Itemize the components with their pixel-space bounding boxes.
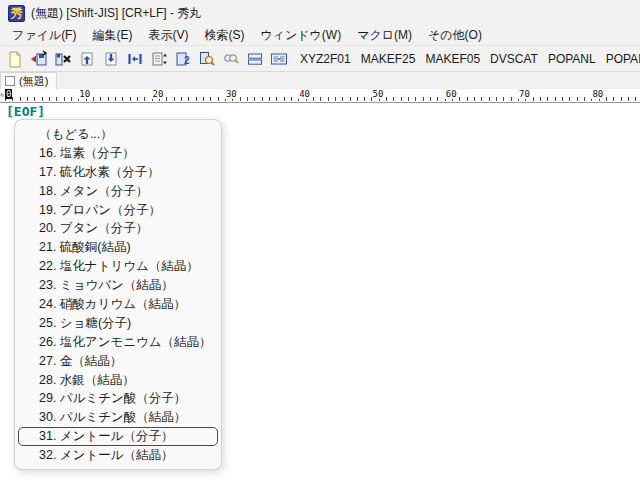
tab-bar: (無題) (0, 72, 640, 89)
popup-menu-item[interactable]: 22. 塩化ナトリウム（結晶） (15, 257, 221, 276)
popup-menu-item[interactable]: 31. メントール（分子） (18, 427, 218, 446)
cursor-jump-icon[interactable] (123, 48, 147, 70)
popup-menu-item-label: 21. 硫酸銅(結晶) (39, 239, 131, 256)
popup-menu-item-label: 28. 水銀（結晶） (39, 372, 135, 389)
document-icon (5, 76, 15, 86)
ruler-number: 70 (518, 89, 531, 99)
menu-item[interactable]: その他(O) (420, 25, 490, 46)
menu-item[interactable]: ファイル(F) (4, 25, 84, 46)
popup-menu-item-label: 25. ショ糖(分子) (39, 315, 131, 332)
eof-marker: [EOF] (0, 103, 45, 119)
popup-menu-item-label: 24. 硝酸カリウム（結晶） (39, 296, 186, 313)
popup-menu-item-label: 17. 硫化水素（分子） (39, 164, 160, 181)
title-bar: 秀 (無題) [Shift-JIS] [CR+LF] - 秀丸 (0, 0, 640, 26)
popup-menu-item[interactable]: 29. パルミチン酸（分子） (15, 389, 221, 408)
popup-menu-item[interactable]: 18. メタン（分子） (15, 182, 221, 201)
popup-menu-item[interactable]: 17. 硫化水素（分子） (15, 163, 221, 182)
popup-menu-item-label: （もどる...） (39, 126, 113, 143)
popup-menu-item-label: 16. 塩素（分子） (39, 145, 135, 162)
macro-button[interactable]: POPANL (543, 50, 601, 68)
popup-menu-item-label: 18. メタン（分子） (39, 183, 148, 200)
macro-button[interactable]: MAKEF25 (356, 50, 421, 68)
ruler-ticks (5, 97, 640, 101)
window-title: (無題) [Shift-JIS] [CR+LF] - 秀丸 (31, 5, 201, 22)
tab-untitled[interactable]: (無題) (0, 72, 57, 89)
ruler-number: 60 (445, 89, 458, 99)
ruler-number: 40 (298, 89, 311, 99)
grep-icon[interactable] (219, 48, 243, 70)
popup-menu-item[interactable]: 16. 塩素（分子） (15, 144, 221, 163)
app-icon: 秀 (8, 5, 25, 22)
popup-menu-item[interactable]: 21. 硫酸銅(結晶) (15, 238, 221, 257)
popup-menu-item[interactable]: 28. 水銀（結晶） (15, 371, 221, 390)
popup-menu-item[interactable]: 23. ミョウバン（結晶） (15, 276, 221, 295)
ruler-number: 30 (225, 89, 238, 99)
redo-page-icon[interactable]: 2 (171, 48, 195, 70)
popup-menu-item-label: 20. ブタン（分子） (39, 220, 148, 237)
editor-area[interactable]: [EOF] （もどる...） 16. 塩素（分子） 17. 硫化水素（分子） 1… (0, 103, 640, 480)
popup-menu-item[interactable]: 20. ブタン（分子） (15, 219, 221, 238)
open-next-icon[interactable] (99, 48, 123, 70)
open-prev-icon[interactable] (75, 48, 99, 70)
popup-menu-item-label: 26. 塩化アンモニウム（結晶） (39, 334, 212, 351)
macro-button[interactable]: DVSCAT (485, 50, 543, 68)
ruler-marker-icon (0, 93, 4, 97)
popup-menu-item-label: 30. パルミチン酸（結晶） (39, 409, 186, 426)
popup-menu-item[interactable]: 19. プロパン（分子） (15, 201, 221, 220)
svg-text:2: 2 (184, 55, 190, 66)
page-scroll-icon[interactable] (147, 48, 171, 70)
close-file-icon[interactable] (51, 48, 75, 70)
popup-menu-item-label: 23. ミョウバン（結晶） (39, 277, 174, 294)
split-window-icon[interactable] (243, 48, 267, 70)
popup-menu-item[interactable]: 24. 硝酸カリウム（結晶） (15, 295, 221, 314)
substance-popup-menu: （もどる...） 16. 塩素（分子） 17. 硫化水素（分子） 18. メタン… (14, 119, 222, 470)
menu-item[interactable]: 検索(S) (196, 25, 252, 46)
popup-menu-item-label: 22. 塩化ナトリウム（結晶） (39, 258, 199, 275)
tab-label: (無題) (19, 74, 48, 89)
ruler-number: 10 (78, 89, 91, 99)
popup-menu-item[interactable]: 30. パルミチン酸（結晶） (15, 408, 221, 427)
new-file-icon[interactable] (3, 48, 27, 70)
ruler: 01020304050607080 (0, 89, 640, 103)
popup-menu-item-label: 32. メントール（結晶） (39, 447, 174, 464)
popup-menu-item[interactable]: 25. ショ糖(分子) (15, 314, 221, 333)
ruler-number: 50 (372, 89, 385, 99)
ruler-number: 80 (591, 89, 604, 99)
popup-menu-item-label: 29. パルミチン酸（分子） (39, 390, 186, 407)
macro-button[interactable]: POPANLS (601, 50, 640, 68)
macro-button-bar: XYZ2F01MAKEF25MAKEF05DVSCATPOPANLPOPANLS… (295, 50, 640, 68)
menu-item[interactable]: ウィンドウ(W) (252, 25, 349, 46)
popup-menu-item-label: 19. プロパン（分子） (39, 202, 161, 219)
popup-menu-item[interactable]: 32. メントール（結晶） (15, 446, 221, 465)
popup-menu-item[interactable]: 26. 塩化アンモニウム（結晶） (15, 333, 221, 352)
save-close-icon[interactable] (27, 48, 51, 70)
menu-bar: ファイル(F)編集(E)表示(V)検索(S)ウィンドウ(W)マクロ(M)その他(… (0, 26, 640, 46)
popup-menu-item[interactable]: 27. 金（結晶） (15, 352, 221, 371)
macro-button[interactable]: XYZ2F01 (295, 50, 356, 68)
toolbar: 2 XYZ2F01MAKEF25MAKEF05DVSCATPOPANLPOPAN… (0, 46, 640, 72)
menu-item[interactable]: 表示(V) (140, 25, 196, 46)
menu-item[interactable]: 編集(E) (84, 25, 140, 46)
compare-window-icon[interactable] (267, 48, 291, 70)
search-file-icon[interactable] (195, 48, 219, 70)
popup-menu-item-label: 31. メントール（分子） (39, 428, 174, 445)
ruler-number: 0 (5, 89, 12, 99)
menu-item[interactable]: マクロ(M) (349, 25, 420, 46)
ruler-number: 20 (152, 89, 165, 99)
popup-menu-item[interactable]: （もどる...） (15, 125, 221, 144)
macro-button[interactable]: MAKEF05 (420, 50, 485, 68)
popup-menu-item-label: 27. 金（結晶） (39, 353, 122, 370)
